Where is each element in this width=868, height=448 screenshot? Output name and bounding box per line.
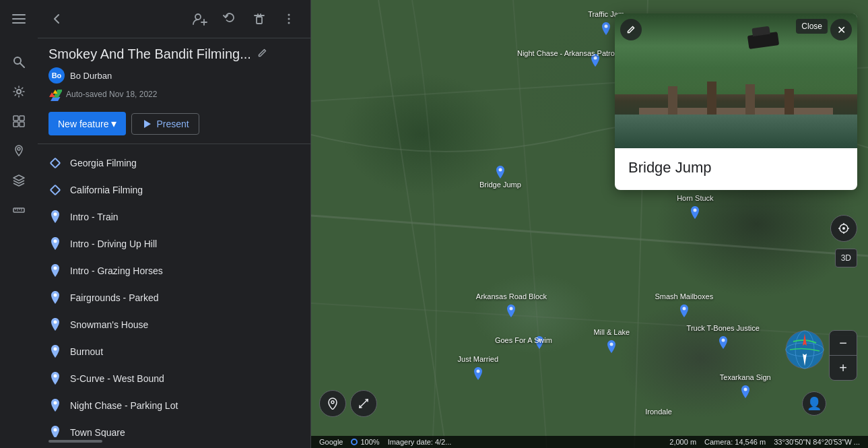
sidebar-item-california-filming[interactable]: California Filming [38, 177, 310, 203]
divider [38, 143, 310, 144]
present-button[interactable]: Present [131, 113, 199, 135]
svg-marker-26 [144, 120, 151, 128]
popup-title-area: Bridge Jump [615, 148, 857, 190]
map-pin-mill-lake[interactable]: Mill & Lake [606, 340, 617, 356]
sidebar-item-intro-driving[interactable]: Intro - Driving Up Hill [38, 230, 310, 257]
map-pin-traffic-jam[interactable]: Traffic Jam [601, 22, 611, 38]
map-area[interactable]: Traffic Jam Night Chase - Arkansas Patro… [311, 0, 868, 448]
fairgrounds-pin-icon [48, 291, 62, 305]
new-feature-chevron-icon: ▾ [111, 117, 116, 130]
burnout-label: Burnout [70, 346, 103, 357]
map-status-bar: Google 100% Imagery date: 4/2... 2,000 m… [311, 436, 868, 448]
map-pin-truck-tbones[interactable]: Truck T-Bones Justice [718, 336, 729, 352]
edit-title-icon[interactable] [257, 48, 267, 61]
imagery-date: Imagery date: 4/2... [388, 438, 452, 446]
sidebar-item-georgia-filming[interactable]: Georgia Filming [38, 150, 310, 177]
svg-point-56 [476, 370, 479, 373]
map-title: Smokey And The Bandit Filming... [48, 46, 300, 62]
back-button[interactable] [43, 5, 70, 32]
horn-stuck-label: Horn Stuck [677, 194, 713, 202]
zoom-percentage: 100% [360, 438, 379, 446]
snowmans-house-pin-icon [48, 318, 62, 331]
sidebar: Smokey And The Bandit Filming... Bo Bo D… [38, 0, 311, 448]
svg-point-52 [682, 307, 686, 311]
undo-button[interactable] [216, 5, 243, 32]
map-pin-arkansas-road-block[interactable]: Arkansas Road Block [506, 305, 516, 321]
pillar-3 [745, 84, 755, 115]
svg-point-10 [18, 148, 20, 150]
sidebar-item-snowmans-house[interactable]: Snowman's House [38, 311, 310, 338]
sidebar-item-fairgrounds[interactable]: Fairgrounds - Parked [38, 284, 310, 311]
intro-driving-label: Intro - Driving Up Hill [70, 238, 157, 249]
street-view-person[interactable]: 👤 [802, 391, 826, 416]
gear-icon[interactable] [5, 78, 32, 105]
zoom-minus-button[interactable]: − [830, 331, 857, 355]
sidebar-item-night-chase-parking[interactable]: Night Chase - Parking Lot [38, 392, 310, 419]
map-tools [319, 390, 377, 417]
popup-close-button[interactable]: ✕ [830, 19, 852, 40]
layer-list: Georgia Filming California Filming [38, 147, 310, 437]
measure-tool-button[interactable] [350, 390, 377, 417]
night-chase-parking-pin-icon [48, 399, 62, 412]
georgia-filming-label: Georgia Filming [70, 158, 137, 168]
night-chase-parking-label: Night Chase - Parking Lot [70, 400, 178, 411]
fairgrounds-label: Fairgrounds - Parked [70, 292, 159, 303]
svg-point-34 [54, 348, 57, 351]
texarkana-label: Texarkana Sign [720, 373, 771, 381]
map-pin-just-married[interactable]: Just Married [473, 367, 483, 383]
more-options-button[interactable] [275, 5, 302, 32]
map-scale: 2,000 m [669, 438, 696, 446]
popup-edit-button[interactable] [620, 19, 642, 40]
menu-icon[interactable] [5, 5, 32, 32]
map-pin-smash-mailboxes[interactable]: Smash Mailboxes [679, 305, 690, 321]
sidebar-item-burnout[interactable]: Burnout [38, 338, 310, 365]
new-feature-button[interactable]: New feature ▾ [48, 112, 126, 135]
svg-rect-6 [13, 116, 18, 121]
svg-point-30 [54, 240, 57, 243]
map-title-text: Smokey And The Bandit Filming... [48, 46, 251, 62]
sidebar-item-scurve[interactable]: S-Curve - West Bound [38, 365, 310, 392]
new-feature-label: New feature [58, 119, 108, 129]
location-target-button[interactable] [830, 215, 857, 242]
scurve-pin-icon [48, 372, 62, 385]
svg-line-59 [360, 399, 368, 408]
popup-image: ✕ Close [615, 13, 857, 148]
search-rail-icon[interactable] [5, 49, 32, 75]
pin-rail-icon[interactable] [5, 137, 32, 164]
map-pin-texarkana[interactable]: Texarkana Sign [740, 385, 751, 402]
svg-rect-8 [13, 122, 18, 127]
irondale-label: Irondale [645, 408, 672, 416]
svg-point-29 [54, 213, 57, 216]
svg-point-33 [54, 321, 57, 324]
scurve-label: S-Curve - West Bound [70, 373, 164, 384]
scrollbar-indicator [48, 440, 102, 443]
map-pin-bridge-jump[interactable]: Bridge Jump [495, 166, 506, 182]
add-location-button[interactable] [319, 390, 346, 417]
zoom-indicator: 100% [351, 438, 379, 446]
autosave-row: Auto-saved Nov 18, 2022 [48, 88, 300, 101]
grid-icon[interactable] [5, 108, 32, 135]
svg-point-23 [288, 14, 290, 16]
threed-button[interactable]: 3D [835, 249, 857, 267]
svg-point-54 [610, 343, 613, 346]
globe-widget[interactable] [783, 328, 826, 374]
svg-rect-11 [13, 208, 24, 212]
california-filming-layer-icon [48, 183, 62, 197]
delete-button[interactable] [246, 5, 273, 32]
pillar-4 [784, 89, 794, 115]
svg-line-4 [20, 63, 24, 67]
arkansas-road-block-label: Arkansas Road Block [476, 292, 547, 300]
layers-rail-icon[interactable] [5, 167, 32, 194]
sidebar-item-intro-horses[interactable]: Intro - Grazing Horses [38, 257, 310, 284]
sidebar-item-intro-train[interactable]: Intro - Train [38, 203, 310, 230]
header-actions [187, 5, 302, 32]
ruler-rail-icon[interactable] [5, 197, 32, 224]
intro-train-pin-icon [48, 210, 62, 224]
zoom-plus-button[interactable]: + [830, 356, 857, 380]
svg-rect-27 [51, 158, 60, 168]
sidebar-header [38, 0, 310, 38]
sidebar-title-area: Smokey And The Bandit Filming... Bo Bo D… [38, 38, 310, 106]
sidebar-item-town-square[interactable]: Town Square [38, 419, 310, 437]
add-collaborator-button[interactable] [187, 5, 213, 32]
map-pin-horn-stuck[interactable]: Horn Stuck [690, 206, 700, 222]
